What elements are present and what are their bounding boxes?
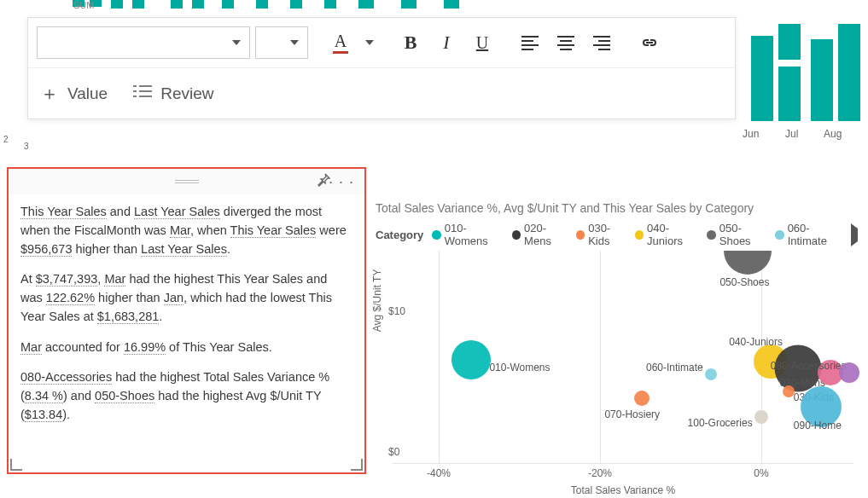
bubble-050-shoes[interactable] (724, 251, 772, 275)
underline-button[interactable]: U (467, 26, 498, 60)
resize-handle-br[interactable] (351, 459, 363, 471)
align-right-button[interactable] (586, 26, 617, 60)
bubble-060-intimate[interactable] (705, 368, 717, 380)
formatting-toolbar: A B I U ＋ Value Review (27, 17, 736, 119)
narrative-text[interactable]: This Year Sales and Last Year Sales dive… (9, 194, 364, 469)
resize-handle-bl[interactable] (10, 459, 22, 471)
chart-title: Total Sales Variance %, Avg $/Unit TY an… (376, 201, 858, 215)
xlabel-jul: Jul (785, 128, 798, 140)
font-family-dropdown[interactable] (37, 26, 250, 59)
chart-legend: Category 010-Womens 020-Mens 030-Kids 04… (376, 222, 858, 247)
review-button[interactable]: Review (133, 84, 213, 103)
bubble-010-womens[interactable] (451, 340, 491, 379)
font-size-dropdown[interactable] (255, 26, 308, 59)
bubble-misc[interactable] (839, 362, 859, 383)
font-color-dropdown[interactable] (361, 26, 378, 60)
font-color-button[interactable]: A (325, 26, 356, 60)
visual-header[interactable]: · · · (9, 169, 364, 194)
xlabel-jun: Jun (743, 128, 759, 140)
align-left-button[interactable] (515, 26, 545, 60)
chart-plot-area[interactable]: Avg $/Unit TY $0 $10 -40% -20% 0% Total … (393, 251, 853, 464)
drag-grip-icon (175, 180, 199, 183)
list-icon (133, 84, 152, 103)
bubble-070-hosiery[interactable] (634, 391, 650, 406)
xlabel-aug: Aug (824, 128, 842, 140)
add-value-button[interactable]: ＋ Value (40, 81, 108, 107)
smart-narrative-visual[interactable]: · · · This Year Sales and Last Year Sale… (7, 167, 366, 474)
plus-icon: ＋ (40, 81, 59, 107)
align-center-button[interactable] (551, 26, 581, 60)
bubble-100-groceries[interactable] (754, 410, 768, 424)
bold-button[interactable]: B (395, 26, 426, 60)
more-options-icon[interactable]: · · · (329, 173, 354, 191)
link-button[interactable] (634, 26, 665, 60)
legend-scroll-right-icon[interactable] (851, 229, 858, 241)
italic-button[interactable]: I (431, 26, 462, 60)
bubble-chart-visual[interactable]: Total Sales Variance %, Avg $/Unit TY an… (376, 201, 858, 483)
